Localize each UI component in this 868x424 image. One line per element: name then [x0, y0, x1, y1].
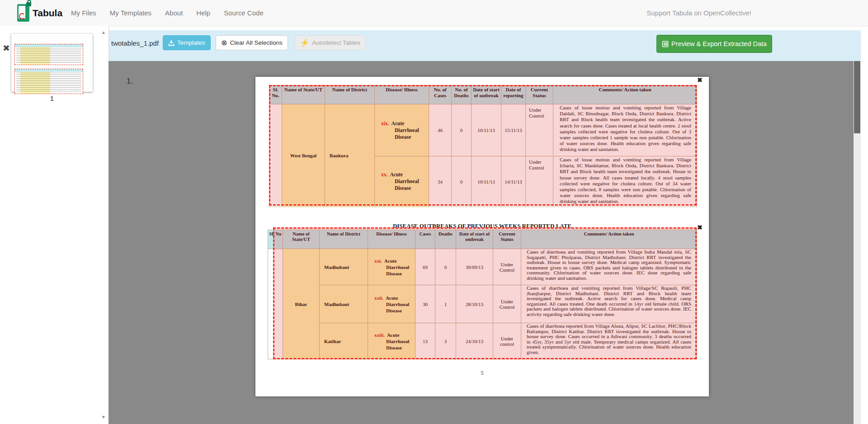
export-label: Preview & Export Extracted Data — [671, 40, 767, 47]
clear-label: Clear All Selections — [230, 39, 282, 46]
nav-source-code[interactable]: Source Code — [224, 9, 264, 17]
selection-2-close-icon[interactable]: ✖ — [697, 224, 703, 231]
selection-1-close-icon[interactable]: ✖ — [697, 77, 703, 83]
scrollbar-thumb[interactable] — [854, 61, 860, 133]
nav-my-files[interactable]: My Files — [71, 9, 96, 17]
thumbnail-page-number: 1 — [11, 94, 93, 102]
document-view-area: 1. Sl. No. Name of State/UT Name of Dist… — [108, 61, 861, 424]
nav-links: My Files My Templates About Help Source … — [71, 0, 264, 26]
scroll-down-icon[interactable]: ▼ — [101, 415, 106, 419]
selection-box-1[interactable] — [269, 85, 697, 206]
thumbnail-selection-1 — [14, 44, 83, 65]
nav-about[interactable]: About — [165, 9, 183, 17]
page-thumbnail-sidebar: ✖ 1 ▲ ▼ — [0, 26, 109, 424]
lightning-icon: ⚡ — [300, 39, 309, 47]
selection-box-2[interactable] — [273, 227, 697, 359]
nav-my-templates[interactable]: My Templates — [110, 9, 151, 17]
autodetect-label: Autodetect Tables — [312, 39, 360, 46]
pdf-page-number: 5 — [255, 370, 709, 377]
lock-icon — [26, 2, 31, 6]
autodetect-tables-button[interactable]: ⚡ Autodetect Tables — [295, 35, 366, 50]
delete-page-button[interactable]: ✖ — [3, 44, 10, 52]
page-thumbnail[interactable] — [11, 34, 93, 92]
page-index-label: 1. — [127, 77, 132, 85]
brand-title[interactable]: Tabula — [33, 0, 62, 26]
thumbnail-selection-2 — [14, 69, 83, 94]
filename-label: twotables_1.pdf — [111, 39, 159, 47]
navbar: Tabula My Files My Templates About Help … — [0, 0, 868, 26]
main-scrollbar[interactable] — [854, 61, 861, 424]
nav-help[interactable]: Help — [196, 9, 210, 17]
tabula-app: Tabula My Files My Templates About Help … — [0, 0, 868, 424]
templates-button[interactable]: Templates — [163, 35, 211, 50]
clear-all-selections-button[interactable]: ⊗ Clear All Selections — [216, 35, 288, 50]
scroll-up-icon[interactable]: ▲ — [101, 30, 106, 35]
circle-x-icon: ⊗ — [221, 39, 227, 47]
table-list-icon — [662, 41, 669, 47]
save-template-icon — [168, 40, 175, 46]
toolbar: twotables_1.pdf Templates ⊗ Clear All Se… — [108, 30, 861, 61]
preview-export-button[interactable]: Preview & Export Extracted Data — [656, 35, 772, 53]
templates-label: Templates — [177, 39, 205, 46]
tabula-logo-icon — [17, 4, 29, 22]
support-link[interactable]: Support Tabula on OpenCollective! — [646, 0, 751, 26]
pdf-page[interactable]: Sl. No. Name of State/UT Name of Distric… — [255, 77, 709, 396]
